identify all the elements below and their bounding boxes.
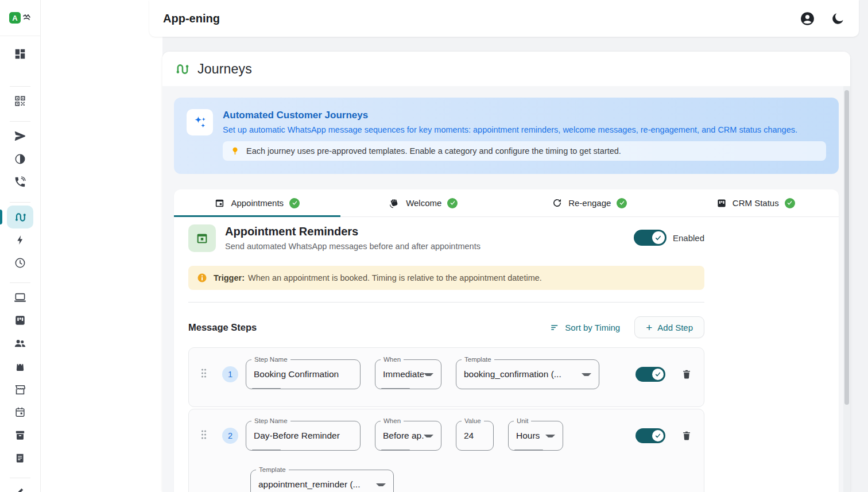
active-item-indicator (0, 210, 2, 224)
value-input[interactable]: Value 24 (456, 421, 494, 451)
rail-divider (10, 202, 30, 203)
sidebar-item-contrast[interactable] (14, 153, 26, 165)
step-name-input[interactable]: Step Name Day-Before Reminder (246, 421, 361, 451)
send-icon (14, 130, 27, 143)
drag-handle-icon[interactable] (200, 429, 207, 442)
sort-by-timing-button[interactable]: Sort by Timing (550, 323, 620, 332)
sidebar-item-contacts[interactable] (13, 336, 27, 350)
trigger-label: Trigger: (214, 273, 245, 282)
banner-subtitle: Set up automatic WhatsApp message sequen… (223, 125, 826, 134)
phone-call-icon (14, 176, 26, 188)
contrast-icon (14, 153, 26, 165)
sidebar-item-archive[interactable] (14, 429, 26, 441)
sidebar-item-calendar[interactable] (14, 406, 26, 419)
sparkles-icon (192, 115, 207, 130)
app-logo[interactable]: A (0, 0, 40, 36)
when-select[interactable]: When Immediately (375, 359, 441, 389)
delete-step-icon[interactable] (681, 430, 692, 441)
banner-title: Automated Customer Journeys (223, 110, 826, 121)
step-name-input[interactable]: Step Name Booking Confirmation (246, 359, 361, 389)
when-value: Before ap... (383, 431, 424, 441)
when-select[interactable]: When Before ap... (375, 421, 441, 451)
field-label: Step Name (251, 417, 290, 424)
field-label: When (381, 417, 404, 424)
sidebar-item-devices[interactable] (14, 291, 27, 304)
sidebar-item-dashboard[interactable] (14, 48, 26, 60)
storefront-icon (14, 383, 27, 397)
plus-icon: + (646, 322, 652, 333)
sidebar-item-qr[interactable] (14, 95, 26, 107)
tab-re-engage[interactable]: Re-engage (506, 189, 673, 216)
steps-heading: Message Steps (188, 322, 257, 333)
tab-crm-status[interactable]: CRM Status (673, 189, 839, 216)
field-label: When (381, 356, 404, 363)
check-badge-icon (617, 198, 627, 208)
toggle-knob (652, 369, 664, 380)
receipt-icon (14, 452, 26, 464)
section-header: Appointment Reminders Send automated Wha… (188, 224, 704, 252)
section-icon-box (188, 224, 216, 252)
sidebar-item-receipts[interactable] (14, 452, 26, 464)
toggle-knob (652, 430, 664, 441)
journeys-route-icon (14, 211, 27, 224)
chevron-down-icon (376, 483, 386, 486)
tab-label: Appointments (231, 198, 284, 208)
drag-handle-icon[interactable] (200, 368, 207, 381)
tab-welcome[interactable]: Welcome (340, 189, 507, 216)
check-badge-icon (289, 198, 300, 208)
sidebar-item-orders[interactable] (14, 361, 26, 373)
account-circle-icon[interactable] (799, 10, 816, 27)
add-step-button[interactable]: + Add Step (634, 316, 704, 338)
template-select[interactable]: Template appointment_reminder (... (250, 470, 394, 492)
journey-config-card: Appointments Welcome Re-engage CRM Statu… (174, 189, 839, 492)
field-label: Template (256, 466, 289, 473)
tab-label: Welcome (406, 198, 441, 208)
sidebar-item-send[interactable] (14, 130, 27, 143)
dark-mode-moon-icon[interactable] (831, 11, 845, 26)
value-value: 24 (464, 431, 474, 441)
rail-divider (10, 478, 30, 478)
drawer-panel (41, 0, 162, 492)
step-name-value: Booking Confirmation (254, 369, 339, 379)
info-banner: Automated Customer Journeys Set up autom… (174, 98, 839, 174)
template-select[interactable]: Template booking_confirmation (... (456, 359, 599, 389)
step-number: 1 (222, 366, 238, 382)
rail-divider (10, 282, 30, 283)
journeys-route-icon (175, 61, 190, 77)
sidebar-item-journeys[interactable] (7, 206, 33, 228)
rail-divider (10, 86, 30, 87)
sidebar-rail: A (0, 0, 41, 492)
step-name-value: Day-Before Reminder (254, 431, 340, 441)
chevron-down-icon (582, 373, 591, 376)
clock-icon (14, 257, 26, 269)
toggle-knob (652, 231, 665, 244)
journeys-header: Journeys (162, 52, 850, 86)
sidebar-item-edit[interactable] (14, 486, 26, 492)
unit-select[interactable]: Unit Hours (508, 421, 563, 451)
tab-appointments[interactable]: Appointments (174, 189, 340, 216)
step-enabled-toggle[interactable] (636, 367, 665, 382)
step-enabled-toggle[interactable] (636, 428, 665, 443)
step-row-1: 1 Step Name Booking Confirmation When Im… (188, 347, 704, 407)
chevron-down-icon (424, 435, 433, 437)
template-value: appointment_reminder (... (258, 479, 360, 490)
sidebar-item-calls[interactable] (14, 176, 26, 188)
app-bar: App-ening (149, 0, 859, 37)
waving-hand-icon (389, 197, 400, 209)
logo-letter: A (9, 12, 21, 24)
divider (188, 302, 704, 303)
lightbulb-icon (230, 146, 240, 157)
enabled-toggle[interactable] (634, 230, 666, 246)
chevron-down-icon (424, 373, 433, 376)
sidebar-item-board[interactable] (14, 315, 26, 327)
field-label: Unit (514, 417, 531, 424)
field-label: Step Name (251, 356, 290, 363)
sidebar-item-store[interactable] (14, 383, 27, 397)
sidebar-item-automations[interactable] (14, 234, 26, 246)
sidebar-item-history[interactable] (14, 257, 26, 269)
people-icon (13, 336, 27, 350)
delete-step-icon[interactable] (681, 369, 692, 380)
scrollbar-thumb[interactable] (844, 90, 849, 405)
sort-button-label: Sort by Timing (565, 323, 620, 332)
page-title: Journeys (197, 61, 252, 77)
